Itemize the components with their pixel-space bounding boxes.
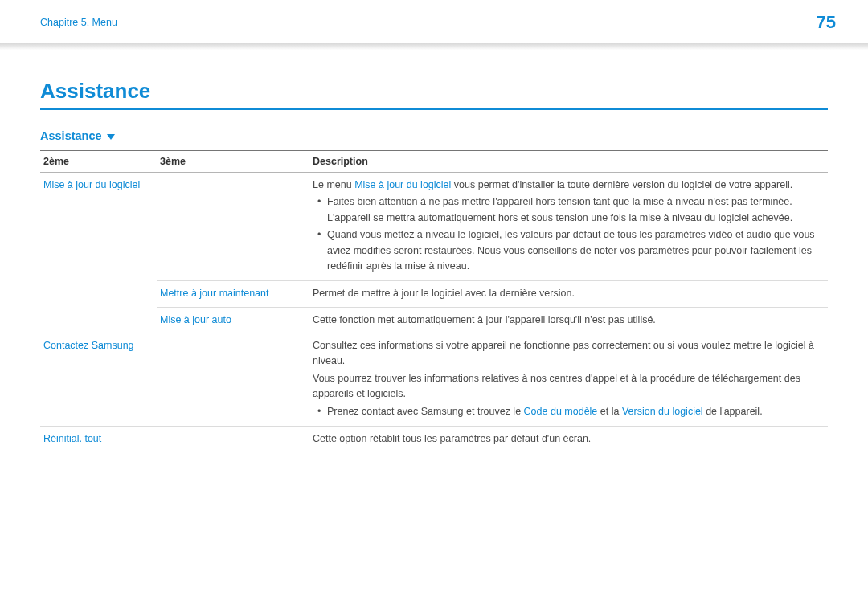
desc-software-update-prefix: Le menu bbox=[313, 179, 354, 190]
desc-contact-p2: Vous pourrez trouver les informations re… bbox=[313, 371, 825, 403]
assistance-table: 2ème 3ème Description Mise à jour du log… bbox=[40, 150, 828, 452]
link-software-update-inline: Mise à jour du logiciel bbox=[354, 179, 451, 190]
label-software-update: Mise à jour du logiciel bbox=[43, 179, 140, 190]
section-heading-text: Assistance bbox=[40, 129, 102, 142]
contact-bullets: Prenez contact avec Samsung et trouvez l… bbox=[313, 404, 825, 419]
label-reset-all: Réinitial. tout bbox=[43, 433, 101, 444]
link-software-version: Version du logiciel bbox=[622, 406, 703, 417]
label-auto-update: Mise à jour auto bbox=[160, 314, 231, 325]
row-auto-update: Mise à jour auto Cette fonction met auto… bbox=[40, 307, 828, 333]
chapter-label: Chapitre 5. Menu bbox=[40, 17, 117, 28]
software-update-bullet-2: Quand vous mettez à niveau le logiciel, … bbox=[313, 227, 825, 274]
desc-reset-all: Cette option rétablit tous les paramètre… bbox=[309, 426, 828, 452]
desc-auto-update: Cette fonction met automatiquement à jou… bbox=[309, 307, 828, 333]
col-header-2eme: 2ème bbox=[40, 151, 157, 173]
link-model-code: Code du modèle bbox=[524, 406, 598, 417]
desc-contact-p1: Consultez ces informations si votre appa… bbox=[313, 338, 825, 370]
col-header-description: Description bbox=[309, 151, 828, 173]
col-header-3eme: 3ème bbox=[157, 151, 309, 173]
header-gradient bbox=[0, 43, 868, 50]
section-heading: Assistance bbox=[40, 129, 828, 142]
contact-bullet-mid: et la bbox=[597, 406, 622, 417]
row-reset-all: Réinitial. tout Cette option rétablit to… bbox=[40, 426, 828, 452]
contact-bullet: Prenez contact avec Samsung et trouvez l… bbox=[313, 404, 825, 419]
row-software-update: Mise à jour du logiciel Le menu Mise à j… bbox=[40, 173, 828, 281]
software-update-bullet-1: Faites bien attention à ne pas mettre l'… bbox=[313, 194, 825, 226]
table-header-row: 2ème 3ème Description bbox=[40, 151, 828, 173]
software-update-bullets: Faites bien attention à ne pas mettre l'… bbox=[313, 194, 825, 274]
label-update-now: Mettre à jour maintenant bbox=[160, 288, 269, 299]
label-contact-samsung: Contactez Samsung bbox=[43, 340, 134, 351]
page-header: Chapitre 5. Menu 75 bbox=[0, 0, 868, 43]
page-title: Assistance bbox=[40, 79, 828, 110]
row-update-now: Mettre à jour maintenant Permet de mettr… bbox=[40, 281, 828, 307]
desc-software-update-suffix: vous permet d'installer la toute dernièr… bbox=[451, 179, 792, 190]
page-number: 75 bbox=[817, 12, 836, 33]
contact-bullet-suffix: de l'appareil. bbox=[703, 406, 763, 417]
row-contact-samsung: Contactez Samsung Consultez ces informat… bbox=[40, 333, 828, 427]
chevron-down-icon bbox=[107, 134, 115, 140]
page-content: Assistance Assistance 2ème 3ème Descript… bbox=[0, 50, 868, 452]
desc-update-now: Permet de mettre à jour le logiciel avec… bbox=[309, 281, 828, 307]
contact-bullet-prefix: Prenez contact avec Samsung et trouvez l… bbox=[327, 406, 524, 417]
